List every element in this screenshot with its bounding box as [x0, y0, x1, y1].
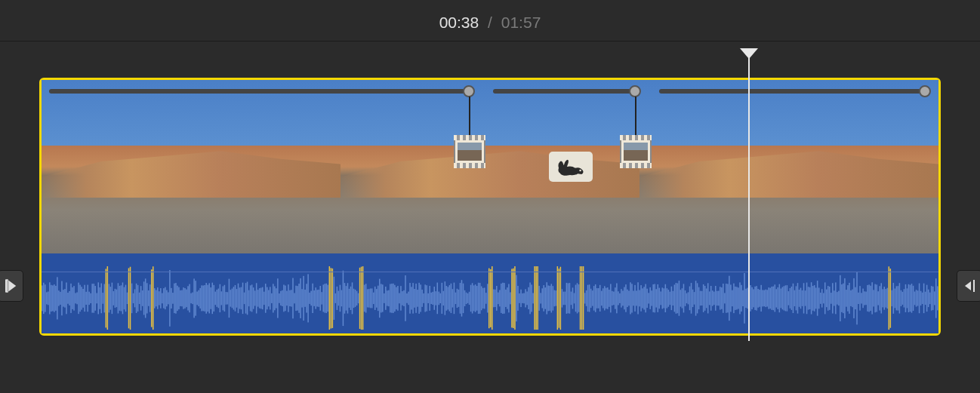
svg-rect-91 — [177, 285, 178, 310]
svg-rect-237 — [399, 293, 400, 303]
svg-rect-337 — [551, 284, 553, 312]
speed-segment-fast[interactable] — [493, 89, 635, 94]
svg-rect-397 — [642, 288, 643, 308]
svg-rect-210 — [358, 293, 359, 302]
svg-rect-443 — [712, 290, 713, 305]
speed-marker[interactable] — [919, 85, 931, 97]
svg-rect-200 — [343, 270, 344, 325]
svg-rect-528 — [841, 284, 843, 312]
svg-rect-279 — [463, 283, 464, 312]
svg-rect-63 — [134, 289, 136, 307]
svg-rect-144 — [257, 290, 259, 306]
svg-rect-280 — [464, 290, 466, 305]
audio-volume-line[interactable] — [42, 272, 938, 272]
svg-rect-114 — [212, 282, 214, 313]
speed-fast-badge[interactable] — [549, 152, 593, 182]
svg-rect-519 — [827, 286, 829, 311]
svg-rect-224 — [379, 278, 381, 317]
svg-rect-164 — [288, 284, 289, 312]
svg-rect-78 — [157, 287, 159, 309]
svg-rect-274 — [455, 292, 457, 303]
svg-rect-61 — [131, 283, 133, 313]
speed-segment-normal[interactable] — [49, 89, 470, 94]
speed-segment-normal[interactable] — [659, 89, 927, 94]
svg-rect-383 — [621, 289, 622, 307]
svg-rect-83 — [165, 287, 166, 309]
svg-rect-560 — [890, 269, 892, 328]
svg-rect-277 — [460, 283, 461, 314]
svg-rect-270 — [449, 285, 451, 312]
svg-rect-573 — [910, 284, 911, 311]
svg-rect-189 — [326, 283, 328, 312]
trim-start-icon — [4, 278, 17, 293]
svg-rect-574 — [911, 284, 913, 312]
svg-rect-413 — [667, 288, 668, 308]
svg-rect-463 — [742, 290, 744, 305]
freeze-frame-handle[interactable] — [454, 97, 485, 164]
playhead[interactable] — [748, 57, 750, 341]
svg-rect-298 — [492, 266, 493, 330]
svg-rect-205 — [350, 286, 352, 309]
svg-rect-562 — [893, 283, 895, 314]
speed-marker[interactable] — [463, 85, 475, 97]
svg-rect-272 — [452, 289, 454, 307]
svg-rect-60 — [130, 266, 131, 329]
svg-rect-174 — [303, 275, 304, 320]
svg-rect-329 — [538, 286, 540, 311]
speed-marker[interactable] — [629, 85, 641, 97]
svg-rect-522 — [832, 283, 834, 313]
svg-rect-149 — [265, 284, 267, 313]
svg-rect-15 — [61, 281, 63, 315]
svg-rect-480 — [768, 287, 769, 309]
clip[interactable] — [39, 78, 941, 336]
svg-rect-127 — [232, 288, 233, 308]
svg-rect-165 — [289, 290, 291, 305]
svg-rect-125 — [229, 278, 230, 317]
svg-rect-434 — [698, 287, 700, 309]
freeze-frame-handle[interactable] — [620, 97, 652, 164]
svg-rect-491 — [785, 285, 787, 311]
svg-rect-77 — [156, 290, 157, 306]
audio-track[interactable] — [42, 253, 938, 333]
video-track[interactable] — [42, 80, 938, 253]
svg-rect-356 — [580, 266, 581, 330]
svg-rect-293 — [484, 287, 485, 309]
svg-rect-65 — [137, 284, 139, 311]
handle-line — [635, 97, 636, 140]
svg-rect-459 — [736, 287, 738, 309]
trim-start-button[interactable] — [0, 270, 23, 302]
svg-rect-105 — [198, 290, 199, 305]
svg-rect-479 — [766, 290, 768, 306]
svg-rect-419 — [676, 283, 677, 314]
svg-rect-221 — [374, 286, 376, 309]
svg-rect-431 — [694, 292, 695, 305]
svg-rect-359 — [584, 293, 586, 303]
timeline[interactable] — [0, 78, 980, 336]
svg-rect-590 — [935, 278, 937, 318]
svg-rect-113 — [211, 287, 212, 309]
svg-rect-375 — [609, 290, 610, 307]
svg-rect-476 — [762, 290, 763, 306]
svg-rect-524 — [835, 282, 837, 314]
svg-rect-384 — [622, 290, 624, 305]
svg-rect-171 — [298, 284, 300, 313]
svg-rect-183 — [316, 290, 318, 306]
svg-rect-26 — [78, 282, 79, 313]
svg-rect-250 — [418, 282, 420, 313]
trim-end-button[interactable] — [957, 270, 980, 302]
svg-rect-6 — [48, 291, 49, 305]
svg-rect-142 — [254, 290, 256, 305]
svg-rect-313 — [514, 266, 516, 330]
svg-rect-460 — [738, 287, 739, 309]
svg-rect-275 — [457, 288, 458, 307]
svg-rect-22 — [72, 287, 73, 309]
svg-rect-9 — [52, 285, 54, 311]
svg-rect-507 — [809, 287, 811, 309]
svg-rect-145 — [259, 288, 260, 309]
svg-rect-340 — [556, 290, 557, 306]
svg-rect-297 — [490, 269, 492, 327]
svg-rect-489 — [782, 287, 784, 309]
svg-rect-391 — [633, 290, 634, 305]
svg-rect-508 — [811, 282, 812, 314]
svg-rect-106 — [199, 287, 201, 308]
